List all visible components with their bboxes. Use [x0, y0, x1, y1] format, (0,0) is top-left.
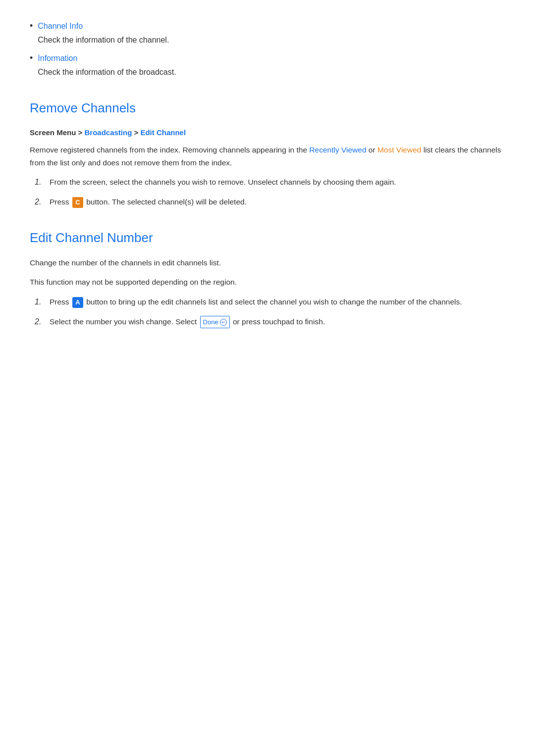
edit-step-1-text: Press A button to bring up the edit chan… — [50, 296, 462, 308]
recently-viewed-link[interactable]: Recently Viewed — [309, 146, 366, 154]
desc-before-recently: Remove registered channels from the inde… — [30, 146, 309, 154]
step-1-number: 1. — [35, 176, 50, 189]
done-icon — [220, 319, 227, 326]
edit-channel-link[interactable]: Edit Channel — [140, 128, 186, 137]
edit-desc-1: Change the number of the channels in edi… — [30, 256, 505, 269]
remove-channels-title: Remove Channels — [30, 98, 505, 119]
edit-step-2-text: Select the number you wish change. Selec… — [50, 315, 325, 329]
information-link[interactable]: Information — [38, 52, 176, 65]
step-2-number: 2. — [35, 196, 50, 208]
path-prefix: Screen Menu > — [30, 128, 84, 137]
step-2-text: Press C button. The selected channel(s) … — [50, 196, 247, 208]
path-separator: > — [132, 128, 140, 137]
a-button-icon: A — [72, 297, 83, 308]
edit-step-1-after-btn: button to bring up the edit channels lis… — [84, 298, 462, 306]
edit-step-1: 1. Press A button to bring up the edit c… — [35, 296, 505, 308]
most-viewed-link[interactable]: Most Viewed — [377, 146, 421, 154]
edit-step-2: 2. Select the number you wish change. Se… — [35, 315, 505, 329]
c-button-icon: C — [72, 197, 83, 208]
edit-desc-2: This function may not be supported depen… — [30, 276, 505, 289]
desc-mid: or — [367, 146, 377, 154]
information-desc: Check the information of the broadcast. — [38, 66, 176, 79]
channel-info-link[interactable]: Channel Info — [38, 20, 169, 33]
remove-step-2: 2. Press C button. The selected channel(… — [35, 196, 505, 208]
edit-step-2-number: 2. — [35, 315, 50, 328]
edit-step-2-before-done: Select the number you wish change. Selec… — [50, 317, 199, 326]
channel-info-desc: Check the information of the channel. — [38, 34, 169, 47]
bullet-information: Information Check the information of the… — [30, 52, 505, 78]
step-2-after-btn: button. The selected channel(s) will be … — [84, 198, 247, 206]
remove-channels-steps: 1. From the screen, select the channels … — [35, 176, 505, 208]
top-bullet-list: Channel Info Check the information of th… — [30, 20, 505, 78]
done-label: Done — [203, 317, 218, 327]
done-badge: Done — [200, 316, 230, 328]
step-2-before-btn: Press — [50, 198, 71, 206]
edit-step-1-number: 1. — [35, 296, 50, 308]
bullet-channel-info: Channel Info Check the information of th… — [30, 20, 505, 46]
edit-channel-steps: 1. Press A button to bring up the edit c… — [35, 296, 505, 328]
remove-step-1: 1. From the screen, select the channels … — [35, 176, 505, 189]
edit-step-1-before-btn: Press — [50, 298, 71, 306]
edit-step-2-after-done: or press touchpad to finish. — [231, 317, 325, 326]
remove-channels-path: Screen Menu > Broadcasting > Edit Channe… — [30, 127, 505, 139]
edit-channel-number-title: Edit Channel Number — [30, 228, 505, 249]
step-1-text: From the screen, select the channels you… — [50, 176, 396, 189]
broadcasting-link[interactable]: Broadcasting — [84, 128, 132, 137]
remove-channels-description: Remove registered channels from the inde… — [30, 144, 505, 169]
